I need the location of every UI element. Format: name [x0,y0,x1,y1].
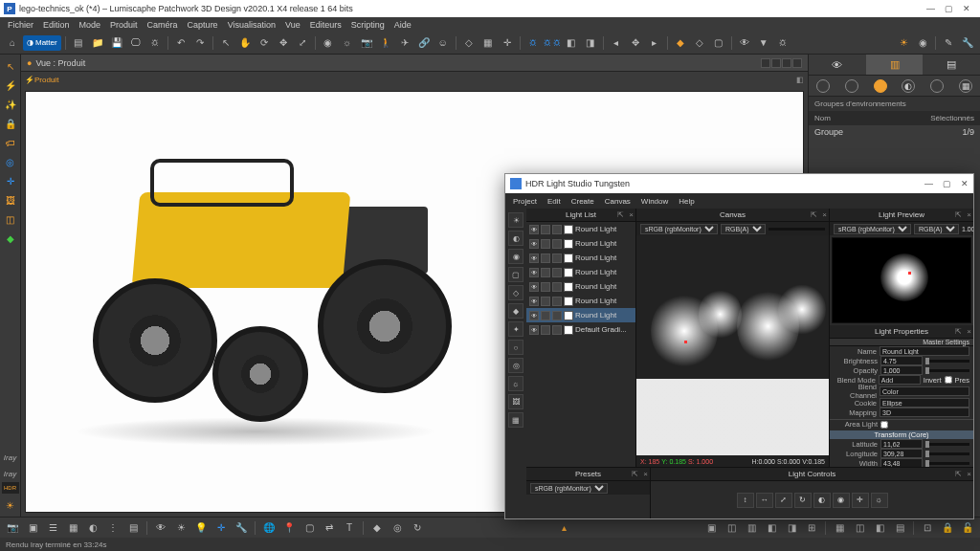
light-list-item[interactable]: 👁Round Light [526,279,635,294]
light-vis-toggle[interactable]: 👁 [529,325,539,335]
prop-arealight-check[interactable] [880,421,888,429]
menu-vue[interactable]: Vue [281,20,304,30]
bt-j-icon[interactable]: ▤ [891,519,908,537]
hdr-minimize-button[interactable]: — [924,179,933,188]
hdr-tool-7[interactable]: ✦ [508,321,523,337]
lc-btn-7[interactable]: ✛ [852,493,869,508]
hdr-tool-3[interactable]: ◉ [508,249,523,264]
hdr-tool-10[interactable]: ☼ [508,376,523,391]
bt-cube-icon[interactable]: ▣ [24,519,41,537]
rail-target-icon[interactable]: ◎ [3,154,18,169]
eye-icon[interactable]: 👁 [736,34,753,52]
menu-produit[interactable]: Produit [106,20,142,30]
menu-scripting[interactable]: Scripting [347,20,389,30]
maximize-button[interactable]: ▢ [945,4,953,13]
light-lock-toggle[interactable] [552,239,562,249]
light-solo-toggle[interactable] [541,253,550,263]
bt-eye2-icon[interactable]: 👁 [152,519,169,537]
bt-f-icon[interactable]: ⊞ [803,519,820,537]
lc-btn-5[interactable]: ◐ [813,493,831,508]
hdr-maximize-button[interactable]: ▢ [943,179,951,188]
snap-icon[interactable]: ◇ [460,34,478,52]
rail-green-icon[interactable]: ◆ [3,231,18,246]
bt-d-icon[interactable]: ◧ [763,519,780,537]
nav-center-icon[interactable]: ✥ [627,34,644,52]
light-solo-toggle[interactable] [541,311,550,320]
bt-wire-icon[interactable]: ▦ [64,519,81,537]
minimize-button[interactable]: — [926,4,935,13]
bt-box-icon[interactable]: ▢ [301,519,318,537]
lc-btn-6[interactable]: ◉ [833,493,850,508]
new-icon[interactable]: ▤ [70,34,87,52]
prop-lat-slider[interactable] [925,443,969,446]
close-button[interactable]: ✕ [963,4,970,13]
lc-btn-1[interactable]: ↕ [737,493,754,508]
rail-tag-icon[interactable]: 🏷 [3,135,18,150]
menu-aide[interactable]: Aide [390,20,415,30]
light-list-item[interactable]: 👁Round Light [526,236,635,251]
presets-colorspace-select[interactable]: sRGB (rgbMonitor) [530,483,608,494]
nav-prev-icon[interactable]: ◂ [608,34,625,52]
env-slot-4[interactable]: ◐ [902,79,915,93]
light-list-item[interactable]: 👁Round Light [526,251,635,265]
bt-arrows-icon[interactable]: ⇄ [321,519,338,537]
rail-overlay-icon[interactable]: ◫ [3,211,18,227]
prop-blend-input[interactable] [879,375,921,385]
grid-icon[interactable]: ▦ [479,34,497,52]
light-lock-toggle[interactable] [552,282,562,292]
material-icon[interactable]: ◉ [320,34,337,52]
settings-icon[interactable]: ⛭ [146,34,164,52]
view-layout-1[interactable] [761,58,770,68]
prop-brightness-input[interactable] [880,356,923,365]
hdr-tool-9[interactable]: ◎ [508,358,523,373]
hdr-title-bar[interactable]: HDR Light Studio Tungsten — ▢ ✕ [505,174,973,193]
hdr-close-button[interactable]: ✕ [961,179,969,188]
pin-icon[interactable]: ⇱ [617,210,624,219]
prop-blendch-input[interactable] [880,386,969,396]
light-vis-toggle[interactable]: 👁 [529,268,539,277]
env-slot-6[interactable]: ▦ [959,79,972,93]
prop-brightness-slider[interactable] [925,360,969,363]
light-lock-toggle[interactable] [552,325,562,335]
hdr-menu-edit[interactable]: Edit [544,197,565,206]
bt-refresh-icon[interactable]: ↻ [409,519,426,537]
hdr-tool-11[interactable]: 🖼 [508,394,523,409]
monitor-icon[interactable]: 🖵 [127,34,145,52]
light-solo-toggle[interactable] [541,225,550,234]
tab-produit[interactable]: Produit [34,76,58,84]
light-vis-toggle[interactable]: 👁 [529,253,539,263]
bt-l-icon[interactable]: 🔒 [939,519,956,537]
bt-e-icon[interactable]: ◨ [783,519,800,537]
light-solo-toggle[interactable] [541,239,550,249]
bt-camera-icon[interactable]: 📷 [4,519,21,537]
light-lock-toggle[interactable] [552,297,562,306]
bt-target-icon[interactable]: ◎ [389,519,406,537]
close-icon[interactable]: × [629,210,634,219]
filter-icon[interactable]: ▼ [755,34,772,52]
canvas-channel-select[interactable]: RGB(A) [721,224,766,234]
light-solo-toggle[interactable] [541,282,550,292]
lc-btn-2[interactable]: ↔ [756,493,773,508]
menu-camera[interactable]: Caméra [144,20,182,30]
view-layout-2[interactable] [771,58,781,68]
prop-invert-check[interactable] [945,376,952,384]
view-layout-3[interactable] [782,58,791,68]
hdr-canvas[interactable] [636,235,829,455]
pin-icon[interactable]: ⇱ [632,470,638,478]
prop-name-input[interactable] [880,346,969,356]
prop-opacity-slider[interactable] [925,369,969,372]
hdr-tool-1[interactable]: ☀ [508,212,523,228]
light-list-item[interactable]: 👁Round Light [526,294,635,308]
bt-b-icon[interactable]: ◫ [723,519,740,537]
rail-magic-icon[interactable]: ✨ [3,97,18,112]
pin-icon[interactable]: ⇱ [955,470,962,478]
prop-width-input[interactable] [880,458,923,467]
master-settings-tab[interactable]: Master Settings [830,339,973,346]
preview-colorspace-select[interactable]: sRGB (rgbMonitor) [834,224,911,234]
gear-blue-icon[interactable]: ⛭ [524,34,542,52]
pointer-icon[interactable]: ↖ [217,34,234,52]
move-icon[interactable]: ✥ [275,34,292,52]
rail-image-icon[interactable]: 🖼 [3,192,18,208]
tab-action-icon[interactable]: ◧ [796,76,804,84]
menu-fichier[interactable]: Fichier [4,20,37,30]
